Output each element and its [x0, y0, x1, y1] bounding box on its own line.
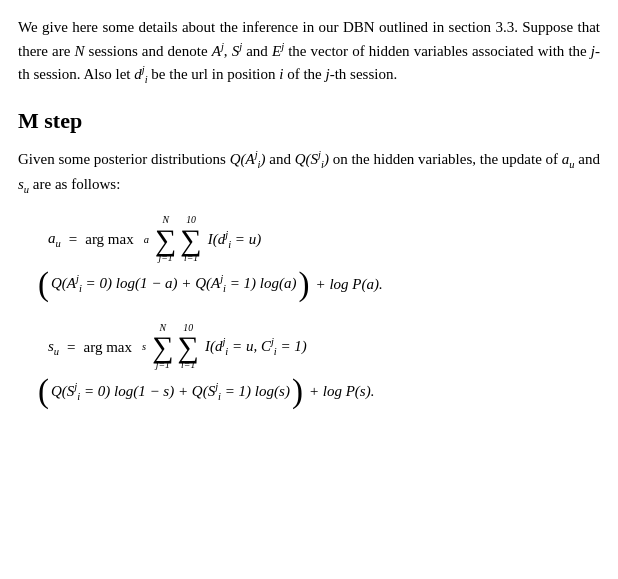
given-paragraph: Given some posterior distributions Q(Aji…: [18, 147, 600, 198]
m-step-title: M step: [18, 104, 600, 137]
equation-block-au: au = arg max a N ∑ j=1 10 ∑ i=1 I(dji = …: [18, 215, 600, 408]
intro-paragraph: We give here some details about the infe…: [18, 16, 600, 88]
